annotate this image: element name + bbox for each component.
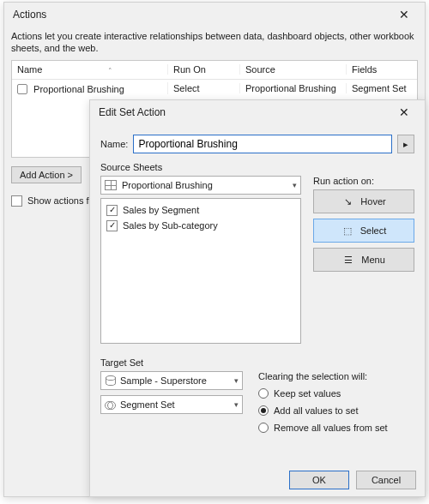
ok-button[interactable]: OK	[289, 471, 349, 489]
target-set-block: Target Set Sample - Superstore ▾ Segment…	[100, 357, 414, 436]
dashboard-icon	[105, 180, 117, 190]
run-hover-label: Hover	[360, 196, 385, 207]
arrow-right-icon: ▸	[403, 139, 408, 150]
chevron-down-icon: ▾	[293, 181, 297, 189]
dialog-buttons: OK Cancel	[289, 471, 416, 489]
datasource-icon	[105, 375, 115, 386]
col-name-label: Name	[17, 64, 42, 75]
radio-add[interactable]: Add all values to set	[258, 402, 414, 419]
radio-add-label: Add all values to set	[274, 405, 358, 416]
row-fields: Segment Set	[347, 83, 417, 93]
show-actions-checkbox[interactable]	[11, 195, 22, 207]
actions-titlebar: Actions ✕	[4, 3, 425, 27]
close-icon[interactable]: ✕	[387, 4, 421, 25]
datasource-combo[interactable]: Sample - Superstore ▾	[100, 371, 243, 390]
radio-icon	[258, 405, 269, 416]
close-icon[interactable]: ✕	[387, 102, 421, 123]
sheet-checkbox[interactable]	[106, 220, 118, 231]
set-combo[interactable]: Segment Set ▾	[100, 395, 243, 414]
name-input[interactable]	[133, 135, 392, 153]
radio-icon	[258, 423, 269, 433]
run-select-button[interactable]: ⬚ Select	[313, 219, 414, 243]
actions-description: Actions let you create interactive relat…	[11, 30, 418, 55]
row-name: Proportional Brushing	[33, 84, 124, 94]
chevron-down-icon: ▾	[234, 376, 239, 385]
datasource-label: Sample - Superstore	[120, 375, 207, 386]
source-sheets-label: Source Sheets	[100, 162, 414, 172]
row-run-on: Select	[168, 83, 240, 93]
radio-remove[interactable]: Remove all values from set	[258, 419, 414, 436]
cancel-button[interactable]: Cancel	[356, 471, 416, 489]
edit-set-action-dialog: Edit Set Action ✕ Name: ▸ Source Sheets …	[89, 99, 426, 497]
target-row: Sample - Superstore ▾ Segment Set ▾ Clea…	[100, 371, 414, 436]
sheet-list: Sales by Segment Sales by Sub-category	[100, 198, 301, 344]
col-fields[interactable]: Fields	[347, 64, 417, 75]
source-left: Proportional Brushing ▾ Sales by Segment…	[100, 176, 301, 344]
row-source: Proportional Brushing	[240, 83, 347, 93]
show-actions-label: Show actions for	[27, 195, 97, 206]
sort-caret-icon: ˄	[108, 67, 112, 75]
list-item[interactable]: Sales by Sub-category	[106, 218, 295, 233]
clearing-label: Clearing the selection will:	[258, 371, 414, 381]
run-hover-button[interactable]: ↘ Hover	[313, 189, 414, 213]
run-menu-button[interactable]: ☰ Menu	[313, 248, 414, 272]
grid-header: Name ˄ Run On Source Fields	[12, 61, 417, 80]
table-row[interactable]: Proportional Brushing Select Proportiona…	[12, 80, 417, 97]
modal-titlebar: Edit Set Action ✕	[90, 100, 425, 124]
run-menu-label: Menu	[361, 255, 385, 265]
source-combo-label: Proportional Brushing	[122, 180, 213, 190]
col-name[interactable]: Name ˄	[12, 64, 168, 75]
set-icon	[105, 399, 115, 410]
name-label: Name:	[100, 139, 128, 149]
col-source[interactable]: Source	[240, 64, 347, 75]
source-row: Proportional Brushing ▾ Sales by Segment…	[100, 176, 414, 344]
select-icon: ⬚	[341, 225, 353, 237]
actions-title: Actions	[13, 9, 387, 21]
run-action-col: Run action on: ↘ Hover ⬚ Select ☰ Menu	[313, 176, 414, 344]
radio-keep-label: Keep set values	[274, 388, 341, 399]
modal-body: Name: ▸ Source Sheets Proportional Brush…	[90, 124, 425, 445]
sheet-label: Sales by Segment	[123, 205, 199, 215]
target-set-label: Target Set	[100, 357, 414, 368]
set-action-icon	[17, 84, 27, 94]
list-item[interactable]: Sales by Segment	[106, 202, 295, 218]
target-left: Sample - Superstore ▾ Segment Set ▾	[100, 371, 243, 436]
run-action-label: Run action on:	[313, 176, 414, 186]
source-sheet-combo[interactable]: Proportional Brushing ▾	[100, 176, 301, 195]
menu-icon: ☰	[342, 254, 354, 266]
radio-keep[interactable]: Keep set values	[258, 385, 414, 402]
name-menu-button[interactable]: ▸	[397, 135, 414, 153]
add-action-button[interactable]: Add Action >	[11, 166, 82, 183]
radio-icon	[258, 388, 269, 399]
clearing-col: Clearing the selection will: Keep set va…	[258, 371, 414, 436]
name-row: Name: ▸	[100, 135, 414, 153]
set-label: Segment Set	[120, 399, 175, 410]
col-run-on[interactable]: Run On	[168, 64, 240, 75]
modal-title: Edit Set Action	[99, 106, 387, 118]
hover-icon: ↘	[341, 195, 353, 207]
sheet-label: Sales by Sub-category	[123, 220, 218, 231]
run-select-label: Select	[360, 225, 387, 236]
chevron-down-icon: ▾	[234, 400, 239, 409]
sheet-checkbox[interactable]	[106, 205, 118, 216]
radio-remove-label: Remove all values from set	[274, 423, 388, 433]
